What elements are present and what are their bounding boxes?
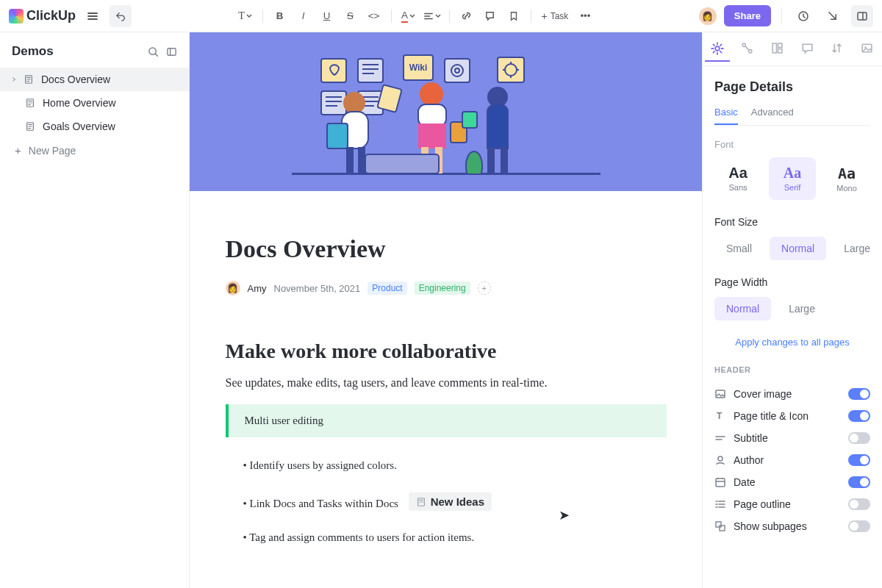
document-content: Wiki [190, 32, 702, 588]
doc-icon [416, 497, 426, 507]
width-large[interactable]: Large [777, 297, 827, 320]
bullet-item[interactable]: Identify users by assigned colors. [243, 459, 667, 472]
author-avatar[interactable]: 👩 [226, 281, 240, 295]
tag-engineering[interactable]: Engineering [415, 282, 470, 295]
menu-icon[interactable] [82, 5, 104, 27]
collapse-sidebar-icon[interactable] [166, 46, 177, 57]
text-color-icon[interactable]: A [398, 5, 420, 27]
brand-name: ClickUp [26, 8, 76, 24]
sidebar-title: Demos [12, 44, 54, 59]
width-normal[interactable]: Normal [714, 297, 771, 320]
undo-icon[interactable] [110, 5, 132, 27]
toggle-switch[interactable] [848, 454, 870, 466]
cover-image[interactable]: Wiki [190, 32, 702, 191]
font-option-sans[interactable]: AaSans [714, 157, 761, 200]
export-icon[interactable] [822, 5, 844, 27]
italic-icon[interactable]: I [293, 5, 315, 27]
callout-block[interactable]: Multi user editing [226, 404, 667, 437]
underline-icon[interactable]: U [316, 5, 338, 27]
image-tab-icon[interactable] [855, 37, 880, 62]
bookmark-icon[interactable] [503, 5, 525, 27]
toggle-row: Show subpages [714, 515, 870, 537]
topbar-right: 👩 Share [699, 5, 873, 27]
section-heading[interactable]: Make work more collaborative [226, 340, 667, 363]
code-icon[interactable]: <> [363, 5, 385, 27]
sidebar-item-goals-overview[interactable]: Goals Overview [0, 115, 189, 138]
svg-rect-24 [346, 147, 354, 173]
sidebar-item-label: Docs Overview [41, 74, 110, 85]
svg-rect-49 [716, 478, 725, 487]
brand-logo[interactable]: ClickUp [9, 8, 76, 24]
svg-rect-8 [292, 173, 600, 175]
doc-icon [24, 74, 34, 85]
comment-icon[interactable] [479, 5, 501, 27]
toggle-label: Cover image [734, 388, 792, 400]
page-width-label: Page Width [714, 276, 870, 288]
subtab-basic[interactable]: Basic [714, 107, 738, 125]
toggle-switch[interactable] [848, 410, 870, 422]
font-option-mono[interactable]: AaMono [823, 157, 870, 200]
new-page-button[interactable]: + New Page [0, 138, 189, 162]
linked-task-chip[interactable]: New Ideas [409, 492, 492, 511]
panel-toggle-icon[interactable] [851, 5, 873, 27]
more-icon[interactable]: ••• [574, 5, 596, 27]
text-style-icon[interactable]: T [234, 5, 257, 27]
page-details-panel: Page Details Basic Advanced Font AaSans … [702, 32, 882, 588]
page-title[interactable]: Docs Overview [226, 235, 667, 263]
history-icon[interactable] [792, 5, 814, 27]
font-option-serif[interactable]: AaSerif [769, 157, 816, 200]
svg-rect-16 [498, 57, 524, 82]
doc-icon [25, 121, 35, 132]
toggle-label: Show subpages [734, 520, 807, 532]
svg-rect-10 [358, 59, 383, 82]
strike-icon[interactable]: S [340, 5, 362, 27]
bullet-item[interactable]: Link Docs and Tasks within Docs New Idea… [243, 492, 667, 511]
apply-all-link[interactable]: Apply changes to all pages [714, 337, 870, 348]
svg-rect-1 [858, 12, 867, 20]
relations-tab-icon[interactable] [735, 37, 760, 62]
paragraph[interactable]: See updates, make edits, tag users, and … [226, 376, 667, 390]
font-section-label: Font [714, 139, 870, 150]
toggle-switch[interactable] [848, 388, 870, 400]
toggle-switch[interactable] [848, 520, 870, 532]
link-icon[interactable] [456, 5, 478, 27]
size-large[interactable]: Large [832, 237, 882, 260]
share-button[interactable]: Share [724, 5, 771, 26]
svg-text:Wiki: Wiki [409, 62, 427, 73]
user-avatar[interactable]: 👩 [699, 7, 717, 25]
toggle-switch[interactable] [848, 432, 870, 444]
add-task-button[interactable]: +Task [537, 10, 573, 22]
sidebar-item-home-overview[interactable]: Home Overview [0, 91, 189, 115]
size-normal[interactable]: Normal [770, 237, 826, 260]
doc-icon [25, 98, 35, 108]
sidebar-item-label: Home Overview [43, 97, 116, 109]
subtab-advanced[interactable]: Advanced [751, 107, 794, 125]
bold-icon[interactable]: B [269, 5, 291, 27]
toggle-label: Author [734, 454, 764, 466]
add-tag-icon[interactable]: + [478, 282, 491, 295]
size-small[interactable]: Small [714, 237, 764, 260]
toggle-switch[interactable] [848, 498, 870, 510]
sidebar: Demos Docs Overview Home Overview Goals … [0, 32, 190, 588]
svg-rect-42 [778, 43, 782, 47]
font-size-label: Font Size [714, 216, 870, 228]
toggle-row: Subtitle [714, 427, 870, 449]
align-icon[interactable] [421, 5, 443, 27]
settings-tab-icon[interactable] [705, 37, 730, 62]
toggle-row: TPage title & Icon [714, 405, 870, 427]
author-icon [714, 454, 726, 466]
sort-tab-icon[interactable] [825, 37, 850, 62]
svg-rect-28 [418, 123, 446, 148]
header-section-label: HEADER [714, 365, 870, 374]
search-icon[interactable] [148, 46, 159, 57]
svg-rect-51 [720, 526, 725, 531]
bullet-item[interactable]: Tag and assign comments to users for act… [243, 531, 667, 544]
toggle-switch[interactable] [848, 476, 870, 488]
comments-tab-icon[interactable] [795, 37, 820, 62]
doc-date: November 5th, 2021 [274, 283, 361, 294]
tag-product[interactable]: Product [368, 282, 406, 295]
sidebar-item-docs-overview[interactable]: Docs Overview [0, 68, 189, 91]
svg-rect-33 [487, 147, 495, 173]
author-name: Amy [248, 283, 267, 294]
layout-tab-icon[interactable] [765, 37, 790, 62]
